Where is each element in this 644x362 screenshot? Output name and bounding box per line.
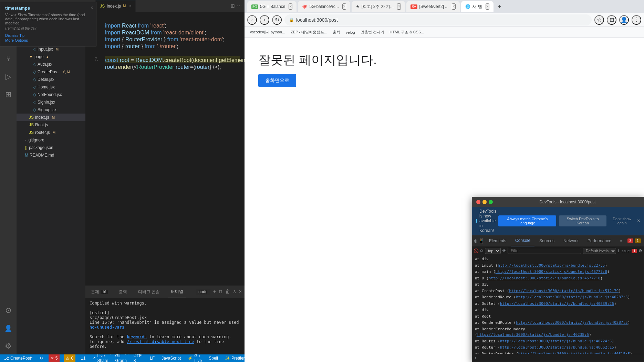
- split-editor-icon[interactable]: ⊞: [231, 3, 235, 9]
- bundle-link[interactable]: http://localhost:3000/static/js/bundle.j…: [500, 345, 614, 350]
- terminal-tab-terminal[interactable]: 터미널: [168, 286, 186, 298]
- new-tab-button[interactable]: +: [495, 2, 505, 11]
- tab-close-button[interactable]: ×: [289, 3, 292, 10]
- terminal-content[interactable]: Compiled with warnings. [eslint] src/pag…: [85, 298, 245, 354]
- bookmark-item-vscode[interactable]: vscode에서 python...: [249, 29, 287, 35]
- more-actions-icon[interactable]: ⋯: [237, 3, 242, 9]
- devtools-tab-console[interactable]: Console: [511, 235, 534, 246]
- dont-show-again-button[interactable]: Don't show again: [609, 217, 635, 225]
- browser-tab-review[interactable]: ★ [회고] 2주 차 기... ×: [352, 1, 405, 12]
- activity-git-icon[interactable]: ⑂: [0, 51, 17, 67]
- tree-item-readme-md[interactable]: M README.md: [17, 151, 85, 159]
- bundle-link[interactable]: http://localhost:3000/static/js/bundle.j…: [516, 295, 628, 299]
- console-context-select[interactable]: top: [485, 248, 501, 254]
- status-prettier[interactable]: ✨ Prettier: [224, 356, 246, 361]
- devtools-tab-more[interactable]: »: [616, 235, 627, 246]
- forward-button[interactable]: ›: [260, 15, 269, 25]
- bundle-link[interactable]: http://localhost:3000/static/js/bundle.j…: [498, 263, 605, 268]
- activity-settings-icon[interactable]: ⚙: [0, 338, 17, 354]
- devtools-tab-network[interactable]: Network: [559, 235, 583, 246]
- tree-item-notfound-jsx[interactable]: ◇ NotFound.jsx: [17, 91, 85, 98]
- tab-close-button[interactable]: ×: [486, 3, 489, 10]
- devtools-inspect-button[interactable]: ⊕: [474, 237, 478, 245]
- status-errors[interactable]: ✕ 5: [49, 354, 60, 362]
- bundle-link[interactable]: http://localhost:3000/static/js/bundle.j…: [516, 320, 628, 325]
- status-language[interactable]: JavaScript: [160, 356, 182, 361]
- terminal-collapse-icon[interactable]: ∧: [233, 289, 236, 295]
- keywords-link[interactable]: keywords: [127, 334, 147, 339]
- browser-tab-sweetalert[interactable]: SA [SweetAlert2] ... ×: [406, 1, 460, 12]
- terminal-tab-debug-console[interactable]: 디버그 콘솔: [135, 286, 163, 298]
- tree-item-index-js[interactable]: JS index.js M: [17, 114, 85, 121]
- devtools-tab-elements[interactable]: Elements: [485, 235, 510, 246]
- back-button[interactable]: ‹: [247, 15, 257, 25]
- devtools-tab-performance[interactable]: Performance: [583, 235, 615, 246]
- terminal-add-icon[interactable]: +: [213, 289, 216, 295]
- status-spell[interactable]: Spell: [207, 356, 219, 361]
- status-encoding[interactable]: UTF-8: [132, 353, 144, 362]
- console-issues-label[interactable]: 1 Issue: 1: [617, 249, 637, 253]
- tab-close-button[interactable]: ×: [129, 4, 131, 8]
- bundle-link[interactable]: http://localhost:3000/static/js/bundle.j…: [500, 339, 612, 343]
- bookmark-button[interactable]: ☆: [594, 15, 604, 25]
- extensions-button[interactable]: ⊞: [607, 15, 616, 25]
- terminal-split-icon[interactable]: ⊓: [219, 289, 222, 295]
- tree-item-package-json[interactable]: {} package.json: [17, 144, 85, 151]
- console-content[interactable]: at div at Input (http://localhost:3000/s…: [472, 255, 644, 354]
- error-count-badge[interactable]: 3: [627, 238, 634, 243]
- tree-item-home-jsx[interactable]: ◇ Home.jsx: [17, 83, 85, 91]
- bundle-link[interactable]: http://localhost:3000/static/js/bundle.j…: [489, 276, 601, 280]
- console-gear-button[interactable]: ⚙: [638, 248, 642, 253]
- warning-count-badge[interactable]: 1: [635, 238, 641, 243]
- console-eye-button[interactable]: 👁: [502, 248, 506, 253]
- node-badge[interactable]: node: [196, 289, 210, 295]
- tree-item-router-js[interactable]: JS router.js M: [17, 129, 85, 136]
- status-go-live[interactable]: ⚡ Go Live: [186, 353, 203, 362]
- close-dot[interactable]: [476, 200, 480, 204]
- bookmark-item-output[interactable]: 출력: [331, 29, 342, 35]
- tree-item-detail-jsx[interactable]: ◇ Detail.jsx: [17, 76, 85, 83]
- console-input[interactable]: [478, 355, 641, 360]
- bookmark-item-html[interactable]: HTML 구조 & CSS...: [388, 29, 426, 35]
- tree-item-root-js[interactable]: JS Root.js: [17, 121, 85, 129]
- tab-close-button[interactable]: ×: [452, 3, 456, 10]
- bundle-link[interactable]: http://localhost:3000/static/js/bundle.j…: [477, 332, 589, 337]
- tree-item-input-jsx[interactable]: ◇ Input.jsx M: [17, 45, 85, 53]
- status-live-share[interactable]: ↗ Live Share: [91, 353, 110, 362]
- console-clear-button[interactable]: 🚫: [474, 248, 479, 253]
- bookmark-item-zep[interactable]: ZEP - 내일배움캠프...: [289, 29, 329, 35]
- always-match-button[interactable]: Always match Chrome's language: [498, 215, 556, 226]
- notification-close-button[interactable]: ×: [637, 218, 640, 224]
- status-branch[interactable]: ⎇ CreatePost*: [3, 356, 34, 361]
- console-level-select[interactable]: Default levels: [583, 248, 616, 254]
- browser-tab-github[interactable]: 🐙 5G-balance/rc... ×: [298, 1, 350, 12]
- tooltip-close-button[interactable]: ×: [91, 5, 93, 10]
- activity-account-icon[interactable]: 👤: [0, 320, 17, 337]
- terminal-tab-problems[interactable]: 문제 16: [88, 286, 111, 298]
- menu-button[interactable]: ⋮: [632, 15, 641, 25]
- activity-extensions-icon[interactable]: ⊞: [0, 86, 17, 103]
- reload-button[interactable]: ↻: [272, 15, 282, 25]
- activity-run-icon[interactable]: ▷: [0, 68, 17, 85]
- console-filter-button[interactable]: ⊘: [480, 248, 484, 253]
- tree-item-createpost-jsx[interactable]: ◇ CreatePos... 6, M: [17, 68, 85, 76]
- status-line-ending[interactable]: LF: [148, 356, 156, 361]
- profile-button[interactable]: 👤: [619, 15, 629, 25]
- dismiss-tip-button[interactable]: Dismiss Tip: [5, 33, 24, 38]
- status-sync[interactable]: ↻: [38, 356, 44, 361]
- status-warnings[interactable]: ⚠ 0: [64, 354, 75, 362]
- terminal-close-icon[interactable]: ×: [239, 289, 242, 295]
- terminal-trash-icon[interactable]: 🗑: [225, 289, 230, 295]
- devtools-tab-sources[interactable]: Sources: [535, 235, 559, 246]
- browser-tab-new[interactable]: 🌐 새 탭 ×: [461, 1, 493, 12]
- bundle-link[interactable]: http://localhost:3000/static/js/bundle.j…: [509, 289, 619, 293]
- status-issues[interactable]: 11: [80, 356, 87, 361]
- tab-close-button[interactable]: ×: [397, 3, 401, 10]
- home-button[interactable]: 홈화면으로: [258, 74, 296, 87]
- bookmark-item-velog[interactable]: velog: [344, 30, 356, 35]
- tab-close-button[interactable]: ×: [342, 3, 346, 10]
- tab-index-js[interactable]: JS index.js M ×: [96, 0, 136, 12]
- switch-devtools-button[interactable]: Switch DevTools to Korean: [559, 215, 606, 226]
- bundle-link[interactable]: http://localhost:3000/static/js/bundle.j…: [500, 301, 614, 306]
- minimize-dot[interactable]: [482, 200, 487, 204]
